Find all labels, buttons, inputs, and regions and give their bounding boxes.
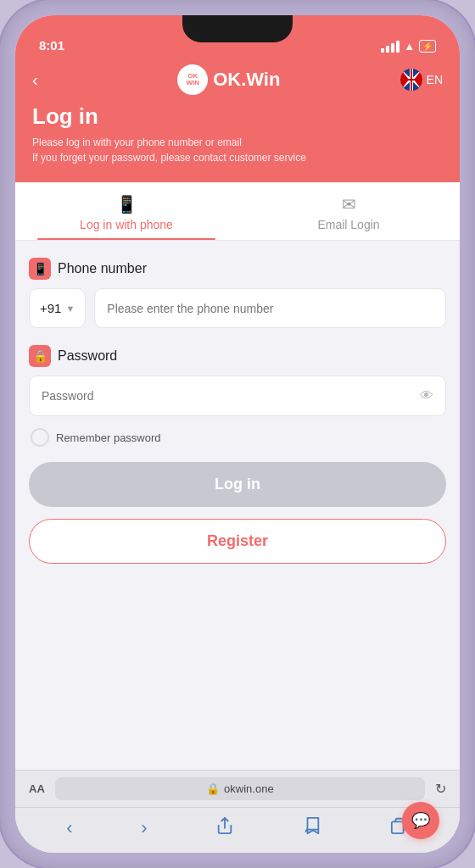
- wifi-icon: ▲: [404, 40, 415, 53]
- country-code-selector[interactable]: +91 ▼: [29, 288, 86, 328]
- language-button[interactable]: EN: [400, 69, 443, 91]
- phone-tab-icon: 📱: [116, 194, 137, 214]
- logo-area: OKWIN OK.Win: [177, 64, 280, 95]
- tab-email-login[interactable]: ✉ Email Login: [238, 182, 460, 240]
- phone-input-row: +91 ▼: [29, 288, 446, 328]
- browser-lock-icon: 🔒: [206, 782, 220, 795]
- phone-field-label: Phone number: [58, 261, 147, 276]
- logo-text: OK.Win: [213, 69, 280, 91]
- back-button[interactable]: ‹: [32, 70, 58, 90]
- tab-phone-login[interactable]: 📱 Log in with phone: [15, 182, 238, 240]
- password-input[interactable]: [42, 389, 420, 403]
- remember-password-label: Remember password: [56, 431, 161, 444]
- register-button-label: Register: [207, 532, 268, 549]
- logo-icon: OKWIN: [177, 64, 208, 95]
- password-field-label-row: 🔒 Password: [29, 345, 446, 367]
- password-input-wrapper: 👁: [29, 376, 446, 416]
- language-label: EN: [427, 73, 443, 86]
- chat-support-button[interactable]: 💬: [402, 802, 439, 839]
- battery-icon: ⚡: [419, 40, 436, 53]
- browser-share-button[interactable]: [215, 816, 234, 839]
- toggle-password-icon[interactable]: 👁: [420, 388, 433, 403]
- page-title: Log in: [32, 103, 443, 130]
- email-tab-icon: ✉: [342, 194, 356, 214]
- status-time: 8:01: [39, 38, 64, 53]
- browser-reload-button[interactable]: ↻: [435, 781, 446, 797]
- header-nav: ‹ OKWIN OK.Win: [32, 64, 443, 95]
- browser-bar: AA 🔒 okwin.one ↻: [15, 770, 460, 807]
- chat-icon: 💬: [411, 811, 430, 830]
- browser-bottom-nav: ‹ ›: [15, 807, 460, 853]
- remember-password-checkbox[interactable]: [31, 428, 49, 447]
- login-form: 📱 Phone number +91 ▼ 🔒 Password: [15, 241, 460, 581]
- tab-email-label: Email Login: [317, 218, 379, 231]
- password-field-label: Password: [58, 348, 117, 364]
- login-button-label: Log in: [215, 476, 260, 492]
- phone-screen: 8:01 ▲ ⚡ ‹ OKWIN: [15, 15, 460, 853]
- status-icons: ▲ ⚡: [381, 40, 436, 53]
- signal-bars-icon: [381, 41, 400, 53]
- browser-forward-button[interactable]: ›: [141, 817, 147, 839]
- login-tabs: 📱 Log in with phone ✉ Email Login: [15, 182, 460, 241]
- browser-url-bar[interactable]: 🔒 okwin.one: [55, 777, 425, 800]
- browser-url-text: okwin.one: [224, 782, 274, 795]
- register-button[interactable]: Register: [29, 519, 446, 564]
- phone-field-label-row: 📱 Phone number: [29, 258, 446, 280]
- header-subtitle1: Please log in with your phone number or …: [32, 135, 443, 150]
- password-field-icon: 🔒: [29, 345, 51, 367]
- browser-bookmarks-button[interactable]: [303, 816, 321, 839]
- content-area: 📱 Log in with phone ✉ Email Login 📱 Phon…: [15, 182, 460, 770]
- notch: [182, 15, 293, 42]
- phone-number-input[interactable]: [94, 288, 446, 328]
- browser-text-size-button[interactable]: AA: [29, 782, 45, 795]
- country-code-chevron-icon: ▼: [65, 303, 75, 314]
- country-code-value: +91: [40, 301, 61, 315]
- browser-back-button[interactable]: ‹: [66, 817, 72, 839]
- remember-password-row: Remember password: [29, 428, 446, 447]
- phone-field-icon: 📱: [29, 258, 51, 280]
- svg-rect-10: [391, 821, 403, 833]
- flag-icon: [400, 69, 422, 91]
- svg-rect-8: [411, 69, 412, 91]
- header: ‹ OKWIN OK.Win: [15, 58, 460, 182]
- tab-active-indicator: [37, 238, 215, 240]
- tab-phone-label: Log in with phone: [80, 218, 173, 231]
- phone-frame: 8:01 ▲ ⚡ ‹ OKWIN: [0, 0, 475, 868]
- login-button[interactable]: Log in: [29, 462, 446, 507]
- header-subtitle2: If you forget your password, please cont…: [32, 150, 443, 165]
